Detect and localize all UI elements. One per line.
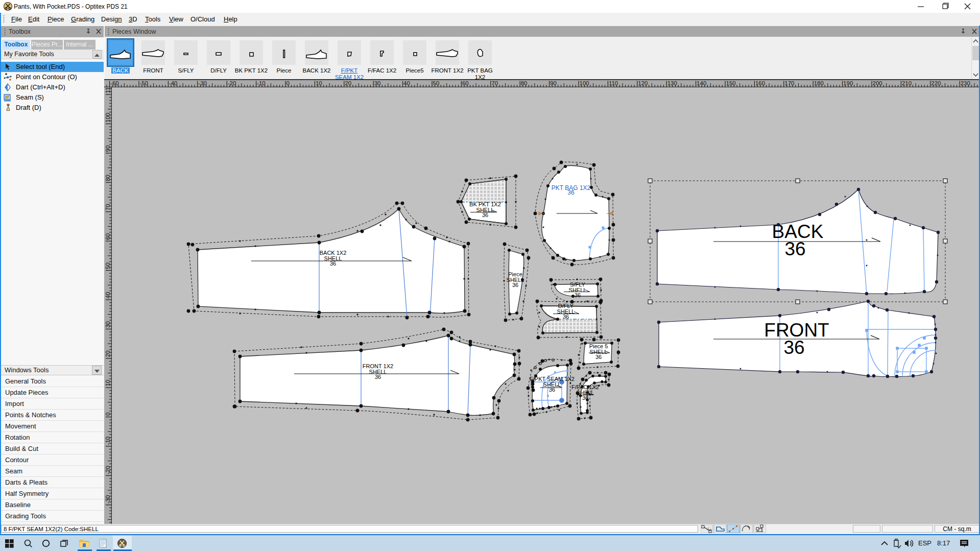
svg-text:30: 30 [105,321,111,328]
svg-text:80: 80 [521,80,528,86]
svg-text:-10: -10 [105,437,111,445]
svg-text:40: 40 [105,292,111,299]
svg-text:10: 10 [105,380,111,387]
svg-text:36: 36 [330,260,336,267]
svg-text:-30: -30 [105,495,111,504]
svg-text:50: 50 [433,80,440,86]
svg-text:0: 0 [105,413,111,416]
svg-text:36: 36 [512,282,518,288]
svg-text:50: 50 [105,262,111,269]
svg-text:60: 60 [462,80,469,86]
svg-text:36: 36 [783,337,804,358]
svg-text:-30: -30 [198,80,207,86]
svg-text:36: 36 [563,314,569,320]
svg-text:-40: -40 [169,80,178,86]
svg-text:20: 20 [345,80,351,86]
svg-text:20: 20 [105,350,111,357]
svg-text:80: 80 [105,175,111,181]
svg-text:36: 36 [595,354,602,360]
svg-text:36: 36 [482,212,488,218]
svg-text:30: 30 [374,80,381,86]
svg-text:36: 36 [375,374,381,380]
svg-text:40: 40 [403,80,410,86]
svg-text:90: 90 [550,80,557,86]
svg-text:-20: -20 [228,80,236,86]
svg-text:10: 10 [316,80,322,86]
svg-text:-20: -20 [105,466,111,474]
svg-text:70: 70 [491,80,498,86]
svg-text:-50: -50 [140,80,149,86]
svg-text:-60: -60 [110,80,119,86]
svg-text:0: 0 [286,80,290,86]
svg-text:110: 110 [105,87,111,93]
svg-text:36: 36 [575,292,581,298]
svg-text:36: 36 [567,189,575,196]
svg-text:60: 60 [105,233,111,240]
svg-text:70: 70 [105,204,111,210]
svg-text:90: 90 [105,146,111,152]
svg-text:100: 100 [105,113,111,123]
svg-text:-10: -10 [257,80,266,86]
